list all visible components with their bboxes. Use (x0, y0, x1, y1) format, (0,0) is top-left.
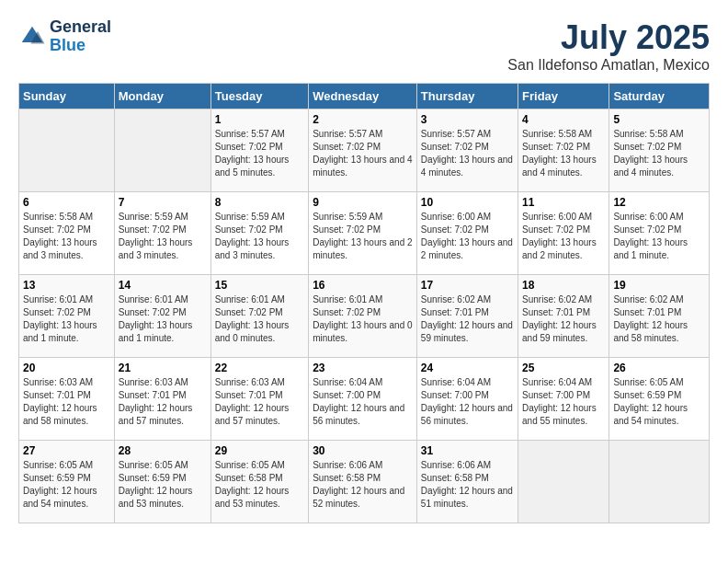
day-number: 2 (313, 113, 413, 126)
weekday-header-cell: Saturday (609, 84, 710, 109)
calendar-cell: 25Sunrise: 6:04 AM Sunset: 7:00 PM Dayli… (518, 358, 609, 441)
calendar-week-row: 6Sunrise: 5:58 AM Sunset: 7:02 PM Daylig… (19, 192, 710, 275)
calendar-cell (19, 109, 115, 192)
calendar-cell: 20Sunrise: 6:03 AM Sunset: 7:01 PM Dayli… (19, 358, 115, 441)
subtitle: San Ildefonso Amatlan, Mexico (507, 57, 710, 74)
day-info: Sunrise: 6:00 AM Sunset: 7:02 PM Dayligh… (522, 211, 605, 262)
day-number: 8 (215, 196, 304, 209)
calendar-cell: 1Sunrise: 5:57 AM Sunset: 7:02 PM Daylig… (210, 109, 308, 192)
day-info: Sunrise: 6:05 AM Sunset: 6:58 PM Dayligh… (215, 459, 304, 511)
day-info: Sunrise: 6:06 AM Sunset: 6:58 PM Dayligh… (313, 459, 413, 511)
day-number: 4 (522, 113, 605, 126)
main-title: July 2025 (507, 18, 710, 57)
day-info: Sunrise: 6:02 AM Sunset: 7:01 PM Dayligh… (613, 293, 705, 345)
day-info: Sunrise: 6:02 AM Sunset: 7:01 PM Dayligh… (421, 293, 514, 345)
calendar-cell: 7Sunrise: 5:59 AM Sunset: 7:02 PM Daylig… (114, 192, 210, 275)
day-info: Sunrise: 5:57 AM Sunset: 7:02 PM Dayligh… (313, 128, 413, 179)
day-info: Sunrise: 6:01 AM Sunset: 7:02 PM Dayligh… (215, 293, 304, 345)
day-info: Sunrise: 6:06 AM Sunset: 6:58 PM Dayligh… (421, 459, 514, 511)
day-number: 9 (313, 196, 413, 209)
day-number: 22 (215, 362, 304, 374)
day-number: 19 (613, 279, 705, 292)
calendar-cell: 8Sunrise: 5:59 AM Sunset: 7:02 PM Daylig… (210, 192, 308, 275)
day-number: 17 (421, 279, 514, 292)
weekday-header-row: SundayMondayTuesdayWednesdayThursdayFrid… (19, 84, 710, 109)
day-number: 5 (613, 113, 705, 126)
day-info: Sunrise: 5:58 AM Sunset: 7:02 PM Dayligh… (522, 128, 605, 179)
calendar-cell: 5Sunrise: 5:58 AM Sunset: 7:02 PM Daylig… (609, 109, 710, 192)
calendar-cell: 26Sunrise: 6:05 AM Sunset: 6:59 PM Dayli… (609, 358, 710, 441)
day-number: 21 (119, 362, 207, 374)
calendar-cell: 14Sunrise: 6:01 AM Sunset: 7:02 PM Dayli… (114, 275, 210, 358)
day-info: Sunrise: 6:04 AM Sunset: 7:00 PM Dayligh… (421, 376, 514, 428)
day-number: 1 (215, 113, 304, 126)
calendar-week-row: 20Sunrise: 6:03 AM Sunset: 7:01 PM Dayli… (19, 358, 710, 441)
day-info: Sunrise: 6:02 AM Sunset: 7:01 PM Dayligh… (522, 293, 605, 345)
calendar-cell: 6Sunrise: 5:58 AM Sunset: 7:02 PM Daylig… (19, 192, 115, 275)
calendar-cell: 2Sunrise: 5:57 AM Sunset: 7:02 PM Daylig… (309, 109, 417, 192)
day-number: 31 (421, 444, 514, 457)
calendar-cell: 3Sunrise: 5:57 AM Sunset: 7:02 PM Daylig… (416, 109, 518, 192)
day-info: Sunrise: 5:59 AM Sunset: 7:02 PM Dayligh… (215, 211, 304, 262)
calendar-cell: 22Sunrise: 6:03 AM Sunset: 7:01 PM Dayli… (210, 358, 308, 441)
day-number: 11 (522, 196, 605, 209)
day-number: 14 (119, 279, 207, 292)
calendar-week-row: 13Sunrise: 6:01 AM Sunset: 7:02 PM Dayli… (19, 275, 710, 358)
day-number: 16 (313, 279, 413, 292)
calendar-cell: 23Sunrise: 6:04 AM Sunset: 7:00 PM Dayli… (309, 358, 417, 441)
logo-icon (18, 23, 46, 51)
calendar-cell: 27Sunrise: 6:05 AM Sunset: 6:59 PM Dayli… (19, 441, 115, 523)
day-number: 12 (613, 196, 705, 209)
day-number: 10 (421, 196, 514, 209)
day-number: 26 (613, 362, 705, 374)
calendar-cell: 15Sunrise: 6:01 AM Sunset: 7:02 PM Dayli… (210, 275, 308, 358)
calendar-cell: 9Sunrise: 5:59 AM Sunset: 7:02 PM Daylig… (309, 192, 417, 275)
day-info: Sunrise: 6:01 AM Sunset: 7:02 PM Dayligh… (313, 293, 413, 345)
day-number: 15 (215, 279, 304, 292)
weekday-header-cell: Monday (114, 84, 210, 109)
calendar-cell: 11Sunrise: 6:00 AM Sunset: 7:02 PM Dayli… (518, 192, 609, 275)
calendar-cell: 18Sunrise: 6:02 AM Sunset: 7:01 PM Dayli… (518, 275, 609, 358)
day-info: Sunrise: 5:57 AM Sunset: 7:02 PM Dayligh… (215, 128, 304, 179)
day-info: Sunrise: 6:03 AM Sunset: 7:01 PM Dayligh… (119, 376, 207, 428)
calendar-cell: 19Sunrise: 6:02 AM Sunset: 7:01 PM Dayli… (609, 275, 710, 358)
day-number: 25 (522, 362, 605, 374)
day-info: Sunrise: 6:00 AM Sunset: 7:02 PM Dayligh… (613, 211, 705, 262)
calendar-week-row: 27Sunrise: 6:05 AM Sunset: 6:59 PM Dayli… (19, 441, 710, 523)
calendar-body: 1Sunrise: 5:57 AM Sunset: 7:02 PM Daylig… (19, 109, 710, 523)
day-number: 23 (313, 362, 413, 374)
day-number: 24 (421, 362, 514, 374)
day-info: Sunrise: 6:04 AM Sunset: 7:00 PM Dayligh… (313, 376, 413, 428)
day-number: 30 (313, 444, 413, 457)
weekday-header-cell: Wednesday (309, 84, 417, 109)
weekday-header-cell: Thursday (416, 84, 518, 109)
day-info: Sunrise: 6:01 AM Sunset: 7:02 PM Dayligh… (23, 293, 110, 345)
day-info: Sunrise: 5:57 AM Sunset: 7:02 PM Dayligh… (421, 128, 514, 179)
calendar-cell: 21Sunrise: 6:03 AM Sunset: 7:01 PM Dayli… (114, 358, 210, 441)
weekday-header-cell: Sunday (19, 84, 115, 109)
day-info: Sunrise: 5:59 AM Sunset: 7:02 PM Dayligh… (313, 211, 413, 262)
day-number: 27 (23, 444, 110, 457)
calendar-cell: 30Sunrise: 6:06 AM Sunset: 6:58 PM Dayli… (309, 441, 417, 523)
calendar-cell (609, 441, 710, 523)
calendar-cell: 29Sunrise: 6:05 AM Sunset: 6:58 PM Dayli… (210, 441, 308, 523)
day-number: 7 (119, 196, 207, 209)
calendar-table: SundayMondayTuesdayWednesdayThursdayFrid… (18, 83, 710, 523)
day-info: Sunrise: 6:05 AM Sunset: 6:59 PM Dayligh… (23, 459, 110, 511)
day-number: 28 (119, 444, 207, 457)
title-block: July 2025 San Ildefonso Amatlan, Mexico (507, 18, 710, 74)
day-info: Sunrise: 6:04 AM Sunset: 7:00 PM Dayligh… (522, 376, 605, 428)
day-number: 20 (23, 362, 110, 374)
day-info: Sunrise: 5:59 AM Sunset: 7:02 PM Dayligh… (119, 211, 207, 262)
weekday-header-cell: Friday (518, 84, 609, 109)
logo: General Blue (18, 18, 111, 55)
calendar-cell: 24Sunrise: 6:04 AM Sunset: 7:00 PM Dayli… (416, 358, 518, 441)
calendar-cell: 10Sunrise: 6:00 AM Sunset: 7:02 PM Dayli… (416, 192, 518, 275)
day-info: Sunrise: 6:05 AM Sunset: 6:59 PM Dayligh… (613, 376, 705, 428)
calendar-cell (114, 109, 210, 192)
calendar-cell: 13Sunrise: 6:01 AM Sunset: 7:02 PM Dayli… (19, 275, 115, 358)
calendar-cell: 17Sunrise: 6:02 AM Sunset: 7:01 PM Dayli… (416, 275, 518, 358)
day-info: Sunrise: 6:01 AM Sunset: 7:02 PM Dayligh… (119, 293, 207, 345)
calendar-cell: 12Sunrise: 6:00 AM Sunset: 7:02 PM Dayli… (609, 192, 710, 275)
day-info: Sunrise: 5:58 AM Sunset: 7:02 PM Dayligh… (23, 211, 110, 262)
